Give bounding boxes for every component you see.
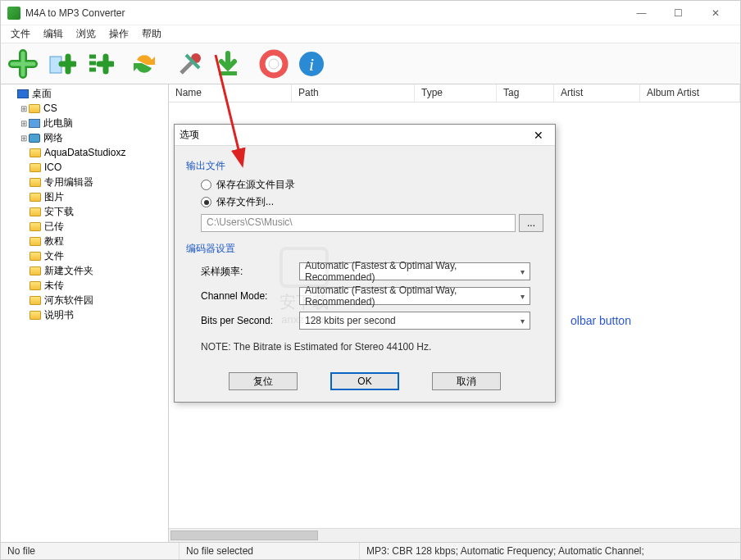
tree-item[interactable]: AquaDataStudioxz	[4, 145, 165, 160]
channel-mode-label: Channel Mode:	[201, 290, 299, 302]
col-tag[interactable]: Tag	[497, 84, 554, 102]
chevron-down-icon: ▾	[521, 316, 525, 326]
menu-browse[interactable]: 浏览	[71, 25, 101, 43]
bitrate-note: NOTE: The Bitrate is Estimated for Stere…	[201, 341, 543, 353]
tree-item[interactable]: 说明书	[4, 307, 165, 322]
svg-rect-2	[219, 71, 237, 75]
browse-button[interactable]: ...	[519, 214, 543, 232]
add-file-button[interactable]	[6, 47, 40, 81]
chevron-down-icon: ▾	[521, 267, 525, 276]
window-title: M4A to MP3 Converter	[25, 7, 623, 19]
dialog-titlebar[interactable]: 选项 ✕	[175, 125, 555, 146]
tree-item[interactable]: 新建文件夹	[4, 263, 165, 278]
download-button[interactable]	[211, 47, 245, 81]
tree-item[interactable]: 教程	[4, 234, 165, 248]
output-group-label: 输出文件	[186, 159, 543, 173]
plus-list-icon	[83, 48, 114, 80]
refresh-button[interactable]	[127, 47, 161, 81]
reset-button[interactable]: 复位	[229, 372, 298, 390]
minimize-button[interactable]: —	[623, 2, 660, 25]
horizontal-scrollbar[interactable]	[169, 528, 740, 542]
menu-edit[interactable]: 编辑	[39, 25, 68, 43]
close-button[interactable]: ✕	[697, 2, 734, 25]
tree-item[interactable]: 河东软件园	[4, 293, 165, 307]
radio-save-source[interactable]: 保存在源文件目录	[201, 178, 543, 192]
col-artist[interactable]: Artist	[554, 84, 640, 102]
tree-item[interactable]: 未传	[4, 278, 165, 293]
menu-help[interactable]: 帮助	[137, 25, 166, 43]
dialog-title: 选项	[180, 128, 527, 142]
sample-rate-label: 采样频率:	[201, 265, 299, 279]
annotation-text: olbar button	[571, 314, 631, 327]
scrollbar-thumb[interactable]	[170, 530, 318, 540]
add-folder-button[interactable]	[43, 47, 78, 81]
tools-icon	[175, 48, 206, 80]
status-left: No file	[1, 543, 180, 560]
tree-item[interactable]: 文件	[4, 248, 165, 263]
radio-icon	[201, 197, 211, 207]
toolbar: i	[1, 43, 740, 84]
statusbar: No file No file selected MP3: CBR 128 kb…	[1, 542, 740, 560]
tree-item[interactable]: 专用编辑器	[4, 175, 165, 189]
tree-root[interactable]: 桌面	[4, 86, 165, 101]
download-icon	[212, 48, 243, 80]
menu-file[interactable]: 文件	[6, 25, 35, 43]
tree-item[interactable]: ICO	[4, 160, 165, 175]
dialog-close-button[interactable]: ✕	[527, 129, 550, 142]
plus-folder-icon	[45, 48, 76, 80]
app-icon	[7, 7, 20, 20]
tree-item[interactable]: ⊞网络	[4, 130, 165, 145]
svg-point-4	[269, 59, 279, 69]
tree-item[interactable]: 已传	[4, 219, 165, 234]
help-button[interactable]	[257, 47, 291, 81]
lifebuoy-icon	[258, 48, 289, 80]
menu-action[interactable]: 操作	[104, 25, 134, 43]
status-right: MP3: CBR 128 kbps; Automatic Frequency; …	[360, 543, 740, 560]
ok-button[interactable]: OK	[330, 372, 399, 390]
channel-mode-combo[interactable]: Automatic (Fastest & Optimal Way, Recomm…	[299, 287, 530, 305]
sample-rate-combo[interactable]: Automatic (Fastest & Optimal Way, Recomm…	[299, 262, 530, 280]
cancel-button[interactable]: 取消	[432, 372, 501, 390]
tree-item[interactable]: 安下载	[4, 204, 165, 219]
folder-tree[interactable]: 桌面 ⊞CS ⊞此电脑 ⊞网络 AquaDataStudioxz ICO 专用编…	[1, 84, 169, 542]
tree-item[interactable]: ⊞此电脑	[4, 116, 165, 130]
bits-per-second-label: Bits per Second:	[201, 315, 299, 326]
tree-item[interactable]: 图片	[4, 189, 165, 204]
settings-button[interactable]	[173, 47, 207, 81]
col-type[interactable]: Type	[415, 84, 497, 102]
col-album-artist[interactable]: Album Artist	[640, 84, 740, 102]
titlebar: M4A to MP3 Converter — ☐ ✕	[1, 1, 740, 25]
menubar: 文件 编辑 浏览 操作 帮助	[1, 25, 740, 43]
list-header: Name Path Type Tag Artist Album Artist	[169, 84, 740, 102]
add-list-button[interactable]	[81, 47, 116, 81]
svg-text:i: i	[309, 54, 314, 75]
bits-per-second-combo[interactable]: 128 kbits per second▾	[299, 312, 530, 330]
info-icon: i	[296, 48, 327, 80]
info-button[interactable]: i	[294, 47, 329, 81]
radio-save-to[interactable]: 保存文件到...	[201, 195, 543, 209]
status-mid: No file selected	[180, 543, 360, 560]
col-name[interactable]: Name	[169, 84, 292, 102]
col-path[interactable]: Path	[292, 84, 415, 102]
output-path-input[interactable]: C:\Users\CS\Music\	[201, 214, 516, 232]
encoder-group-label: 编码器设置	[186, 242, 543, 256]
maximize-button[interactable]: ☐	[660, 2, 697, 25]
refresh-icon	[129, 48, 160, 80]
options-dialog: 选项 ✕ 输出文件 保存在源文件目录 保存文件到... C:\Users\CS\…	[174, 124, 556, 403]
chevron-down-icon: ▾	[521, 292, 525, 301]
radio-icon	[201, 180, 211, 190]
tree-item[interactable]: ⊞CS	[4, 101, 165, 116]
plus-icon	[7, 48, 39, 80]
